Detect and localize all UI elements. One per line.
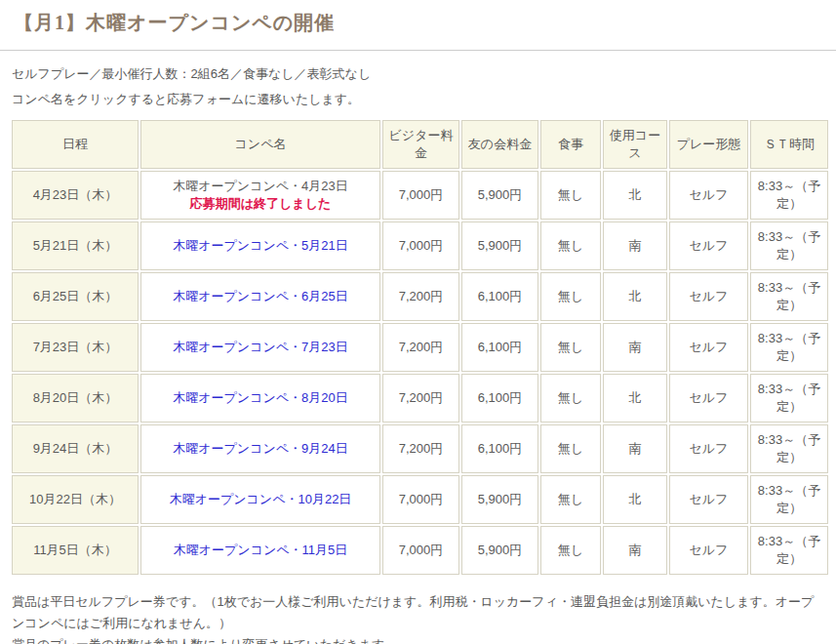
competition-name-cell: 木曜オープンコンペ・7月23日	[140, 323, 380, 372]
member-fee-cell: 5,900円	[461, 171, 538, 220]
member-fee-cell: 6,100円	[461, 272, 538, 321]
start-time-cell: 8:33～（予定）	[750, 374, 828, 423]
member-fee-cell: 6,100円	[461, 424, 538, 473]
course-cell: 南	[603, 221, 667, 270]
meal-cell: 無し	[540, 171, 601, 220]
course-cell: 南	[603, 424, 667, 473]
member-fee-cell: 6,100円	[461, 323, 538, 372]
meal-cell: 無し	[540, 424, 601, 473]
application-closed-note: 応募期間は終了しました	[143, 195, 378, 213]
header-row: 日程コンペ名ビジター料金友の会料金食事使用コースプレー形態ＳＴ時間	[12, 120, 828, 169]
competition-link[interactable]: 木曜オープンコンペ・6月25日	[173, 289, 348, 303]
competition-name-cell: 木曜オープンコンペ・11月5日	[140, 526, 380, 575]
header-cell: ビジター料金	[382, 120, 459, 169]
start-time-cell: 8:33～（予定）	[750, 171, 828, 220]
start-time-cell: 8:33～（予定）	[750, 526, 828, 575]
visitor-fee-cell: 7,200円	[382, 272, 459, 321]
play-style-cell: セルフ	[669, 374, 748, 423]
competition-link[interactable]: 木曜オープンコンペ・8月20日	[173, 390, 348, 405]
table-row: 11月5日（木）木曜オープンコンペ・11月5日7,000円5,900円無し南セル…	[12, 526, 828, 575]
competition-name-cell: 木曜オープンコンペ・4月23日応募期間は終了しました	[140, 171, 380, 220]
competition-link[interactable]: 木曜オープンコンペ・5月21日	[173, 238, 348, 253]
competition-name-cell: 木曜オープンコンペ・9月24日	[140, 424, 380, 473]
course-cell: 北	[603, 374, 667, 423]
footer-notes: 賞品は平日セルフプレー券です。（1枚でお一人様ご利用いただけます。利用税・ロッカ…	[0, 577, 836, 644]
intro-line-instruction: コンペ名をクリックすると応募フォームに遷移いたします。	[12, 93, 824, 105]
header-cell: コンペ名	[140, 120, 380, 169]
footer-note-ticket-count: 賞品のプレー券の枚数は参加人数により変更させていただきます。	[12, 634, 824, 644]
visitor-fee-cell: 7,200円	[382, 424, 459, 473]
competition-schedule-table: 日程コンペ名ビジター料金友の会料金食事使用コースプレー形態ＳＴ時間 4月23日（…	[10, 118, 830, 577]
competition-name-cell: 木曜オープンコンペ・8月20日	[140, 374, 380, 423]
course-cell: 北	[603, 272, 667, 321]
meal-cell: 無し	[540, 323, 601, 372]
date-cell: 6月25日（木）	[12, 272, 139, 321]
meal-cell: 無し	[540, 221, 601, 270]
competition-name-cell: 木曜オープンコンペ・10月22日	[140, 475, 380, 524]
member-fee-cell: 5,900円	[461, 475, 538, 524]
header-cell: ＳＴ時間	[750, 120, 828, 169]
date-cell: 9月24日（木）	[12, 424, 139, 473]
date-cell: 5月21日（木）	[12, 221, 139, 270]
course-cell: 北	[603, 475, 667, 524]
table-body: 4月23日（木）木曜オープンコンペ・4月23日応募期間は終了しました7,000円…	[12, 171, 828, 575]
play-style-cell: セルフ	[669, 475, 748, 524]
course-cell: 南	[603, 323, 667, 372]
visitor-fee-cell: 7,000円	[382, 475, 459, 524]
visitor-fee-cell: 7,200円	[382, 323, 459, 372]
visitor-fee-cell: 7,000円	[382, 171, 459, 220]
header-cell: 食事	[540, 120, 601, 169]
meal-cell: 無し	[540, 526, 601, 575]
competition-name: 木曜オープンコンペ・4月23日	[143, 178, 378, 195]
play-style-cell: セルフ	[669, 221, 748, 270]
table-row: 4月23日（木）木曜オープンコンペ・4月23日応募期間は終了しました7,000円…	[12, 171, 828, 220]
visitor-fee-cell: 7,000円	[382, 221, 459, 270]
competition-link[interactable]: 木曜オープンコンペ・9月24日	[173, 441, 348, 456]
table-row: 9月24日（木）木曜オープンコンペ・9月24日7,200円6,100円無し南セル…	[12, 424, 828, 473]
competition-link[interactable]: 木曜オープンコンペ・7月23日	[173, 340, 348, 354]
date-cell: 8月20日（木）	[12, 374, 139, 423]
table-row: 6月25日（木）木曜オープンコンペ・6月25日7,200円6,100円無し北セル…	[12, 272, 828, 321]
visitor-fee-cell: 7,000円	[382, 526, 459, 575]
start-time-cell: 8:33～（予定）	[750, 323, 828, 372]
date-cell: 7月23日（木）	[12, 323, 139, 372]
competition-link[interactable]: 木曜オープンコンペ・11月5日	[174, 543, 348, 557]
play-style-cell: セルフ	[669, 424, 748, 473]
date-cell: 4月23日（木）	[12, 171, 139, 220]
intro-text: セルフプレー／最小催行人数：2組6名／食事なし／表彰式なし コンペ名をクリックす…	[0, 51, 836, 105]
play-style-cell: セルフ	[669, 171, 748, 220]
date-cell: 10月22日（木）	[12, 475, 139, 524]
play-style-cell: セルフ	[669, 323, 748, 372]
header-cell: 日程	[12, 120, 139, 169]
footer-note-prize: 賞品は平日セルフプレー券です。（1枚でお一人様ご利用いただけます。利用税・ロッカ…	[12, 591, 824, 634]
member-fee-cell: 6,100円	[461, 374, 538, 423]
table-row: 10月22日（木）木曜オープンコンペ・10月22日7,000円5,900円無し北…	[12, 475, 828, 524]
start-time-cell: 8:33～（予定）	[750, 424, 828, 473]
table-row: 7月23日（木）木曜オープンコンペ・7月23日7,200円6,100円無し南セル…	[12, 323, 828, 372]
play-style-cell: セルフ	[669, 272, 748, 321]
date-cell: 11月5日（木）	[12, 526, 139, 575]
member-fee-cell: 5,900円	[461, 221, 538, 270]
start-time-cell: 8:33～（予定）	[750, 272, 828, 321]
competition-link[interactable]: 木曜オープンコンペ・10月22日	[170, 492, 352, 506]
competition-name-cell: 木曜オープンコンペ・6月25日	[140, 272, 380, 321]
table-row: 5月21日（木）木曜オープンコンペ・5月21日7,000円5,900円無し南セル…	[12, 221, 828, 270]
member-fee-cell: 5,900円	[461, 526, 538, 575]
header-cell: プレー形態	[669, 120, 748, 169]
visitor-fee-cell: 7,200円	[382, 374, 459, 423]
course-cell: 南	[603, 526, 667, 575]
play-style-cell: セルフ	[669, 526, 748, 575]
start-time-cell: 8:33～（予定）	[750, 475, 828, 524]
header-cell: 使用コース	[603, 120, 667, 169]
meal-cell: 無し	[540, 374, 601, 423]
meal-cell: 無し	[540, 475, 601, 524]
table-row: 8月20日（木）木曜オープンコンペ・8月20日7,200円6,100円無し北セル…	[12, 374, 828, 423]
intro-line-conditions: セルフプレー／最小催行人数：2組6名／食事なし／表彰式なし	[12, 67, 824, 80]
meal-cell: 無し	[540, 272, 601, 321]
competition-name-cell: 木曜オープンコンペ・5月21日	[140, 221, 380, 270]
start-time-cell: 8:33～（予定）	[750, 221, 828, 270]
page-title: 【月1】木曜オープンコンペの開催	[0, 0, 836, 36]
course-cell: 北	[603, 171, 667, 220]
header-cell: 友の会料金	[461, 120, 538, 169]
